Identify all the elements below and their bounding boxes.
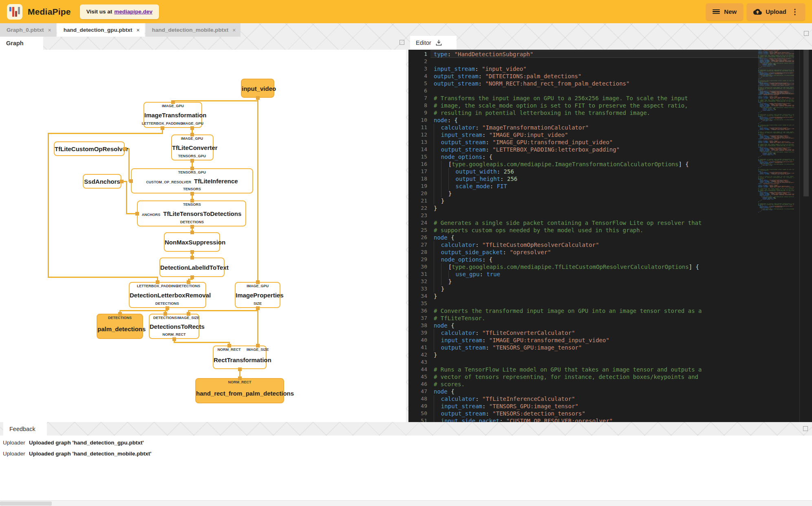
menu-icon <box>713 9 720 14</box>
line-number: 9 <box>408 109 427 117</box>
line-number: 49 <box>408 403 427 410</box>
code-line-32: 32} <box>408 278 758 285</box>
graph-node-input_video[interactable]: input_video <box>241 79 274 98</box>
line-number: 48 <box>408 395 427 403</box>
code-line-33: 33} <box>408 285 758 293</box>
download-icon[interactable] <box>435 40 442 46</box>
node-title: ImageTransformation <box>144 112 201 119</box>
code-line-21: 21} <box>408 197 758 205</box>
line-number: 10 <box>408 117 427 124</box>
line-content: [type.googleapis.com/mediapipe.ImageTran… <box>434 161 689 168</box>
node-title: TfLiteConverter <box>172 144 213 151</box>
graph-canvas[interactable]: input_videoImageTransformationIMAGE_GPUL… <box>0 50 406 422</box>
line-number: 8 <box>408 102 427 109</box>
cloud-upload-icon <box>753 9 762 15</box>
graph-node-ssd_anchors[interactable]: SsdAnchors <box>83 174 121 189</box>
code-line-30: 30[type.googleapis.com/mediapipe.TfLiteC… <box>408 263 758 271</box>
node-label: palm_detections <box>97 326 146 332</box>
line-number: 14 <box>408 146 427 153</box>
graph-port <box>190 126 194 130</box>
editor-minimap[interactable]: type: "HandDetectionSubgraph"input_strea… <box>758 50 794 213</box>
file-tab-hand_detection_gpu-pbtxt[interactable]: hand_detection_gpu.pbtxt× <box>57 23 145 37</box>
line-number: 40 <box>408 337 427 344</box>
code-line-42: 42} <box>408 351 758 359</box>
graph-port <box>227 344 231 348</box>
upload-options-kebab-icon[interactable]: ⋮ <box>791 7 799 16</box>
mediapipe-dev-link[interactable]: mediapipe.dev <box>114 9 152 15</box>
horizontal-scrollbar-thumb[interactable] <box>0 502 52 506</box>
upload-button[interactable]: Upload ⋮ <box>747 3 805 20</box>
line-content: # scores. <box>434 381 465 388</box>
code-line-23: 23 <box>408 212 758 219</box>
graph-panel-popout-icon[interactable] <box>399 40 404 45</box>
graph-edge-segment <box>188 310 258 311</box>
line-number: 20 <box>408 190 427 197</box>
line-content: node { <box>434 388 455 395</box>
editor-panel-popout-icon[interactable] <box>804 31 809 36</box>
minimap-line: # resulting in potential letterboxing in… <box>758 101 794 102</box>
line-content: type: "HandDetectionSubgraph" <box>434 51 533 58</box>
code-line-6: 6 <box>408 87 758 95</box>
code-editor[interactable]: 1type: "HandDetectionSubgraph"23input_st… <box>408 50 812 422</box>
graph-node-tflite_custom_op_resolver[interactable]: TfLiteCustomOpResolver <box>54 141 125 156</box>
close-tab-icon[interactable]: × <box>232 27 236 33</box>
code-line-48: 48calculator: "TfLiteInferenceCalculator… <box>408 395 758 403</box>
minimap-line: output_stream: "TENSORS_GPU:image_tensor… <box>758 129 794 130</box>
line-number: 33 <box>408 285 427 293</box>
editor-panel-tab[interactable]: Editor <box>410 36 457 50</box>
file-tab-Graph_0-pbtxt[interactable]: Graph_0.pbtxt× <box>0 23 56 37</box>
line-content: output_stream: "TENSORS:detection_tensor… <box>434 410 585 417</box>
line-number: 16 <box>408 161 427 168</box>
graph-node-non_max_suppression[interactable]: NonMaxSuppression <box>164 232 220 252</box>
node-label: input_video <box>242 85 276 92</box>
node-title: palm_detections <box>97 326 142 332</box>
code-line-40: 40input_stream: "IMAGE_GPU:transformed_i… <box>408 337 758 344</box>
file-tab-hand_detection_mobile-pbtxt[interactable]: hand_detection_mobile.pbtxt× <box>146 23 241 37</box>
port-label: IMAGE_GPU <box>162 104 184 108</box>
code-line-51: 51input_side_packet: "CUSTOM_OP_RESOLVER… <box>408 417 758 422</box>
line-content: output_side_packet: "opresolver" <box>434 249 551 256</box>
minimap-line: # supports custom ops needed by the mode… <box>758 115 794 116</box>
node-title: DetectionsToRects <box>150 323 199 330</box>
line-number: 27 <box>408 241 427 249</box>
close-tab-icon[interactable]: × <box>136 27 139 33</box>
line-content: } <box>434 285 444 293</box>
node-inline-port-label: ANCHORS <box>142 213 161 217</box>
horizontal-scrollbar[interactable] <box>0 500 812 506</box>
graph-edge-segment <box>48 133 49 278</box>
close-tab-icon[interactable]: × <box>48 27 51 33</box>
code-lines[interactable]: 1type: "HandDetectionSubgraph"23input_st… <box>408 51 758 422</box>
feedback-panel-tab[interactable]: Feedback <box>3 422 47 436</box>
node-label: TfLiteConverter <box>172 144 218 151</box>
line-content: output_stream: "LETTERBOX_PADDING:letter… <box>434 146 620 153</box>
graph-node-detection_label_id_to_text[interactable]: DetectionLabelIdToText <box>159 257 225 277</box>
graph-panel-tab[interactable]: Graph <box>0 37 43 50</box>
minimap-line: output_stream: "NORM_RECT:hand_rect_from… <box>758 142 794 143</box>
line-number: 25 <box>408 227 427 234</box>
new-button[interactable]: New <box>706 3 743 20</box>
editor-scrollbar-thumb[interactable] <box>803 50 809 196</box>
code-line-5: 5output_stream: "NORM_RECT:hand_rect_fro… <box>408 80 758 87</box>
code-line-24: 24# Generates a single side packet conta… <box>408 219 758 227</box>
node-label: SsdAnchors <box>84 178 120 185</box>
line-number: 39 <box>408 329 427 337</box>
line-number: 24 <box>408 219 427 227</box>
code-line-8: 8# image, the scale_mode option is set t… <box>408 102 758 109</box>
feedback-panel-popout-icon[interactable] <box>803 426 808 431</box>
node-title: DetectionLetterboxRemoval <box>130 292 205 299</box>
logo-bar-red <box>12 7 14 17</box>
line-number: 42 <box>408 351 427 359</box>
code-line-34: 34} <box>408 293 758 300</box>
feedback-log: UploaderUploaded graph 'hand_detection_g… <box>0 436 812 500</box>
port-label: SIZE <box>254 301 262 306</box>
feedback-message: Uploaded graph 'hand_detection_gpu.pbtxt… <box>29 440 144 446</box>
node-label: TfLiteCustomOpResolver <box>55 145 128 152</box>
minimap-line: # resulting in potential letterboxing in… <box>758 57 794 57</box>
line-content: # Runs a TensorFlow Lite model on GPU th… <box>434 366 702 373</box>
graph-port <box>190 133 194 136</box>
node-title: hand_rect_from_palm_detections <box>196 390 283 397</box>
graph-port <box>256 306 260 310</box>
editor-tab-label: Editor <box>416 40 431 46</box>
line-number: 23 <box>408 212 427 219</box>
line-content: node { <box>434 234 455 241</box>
